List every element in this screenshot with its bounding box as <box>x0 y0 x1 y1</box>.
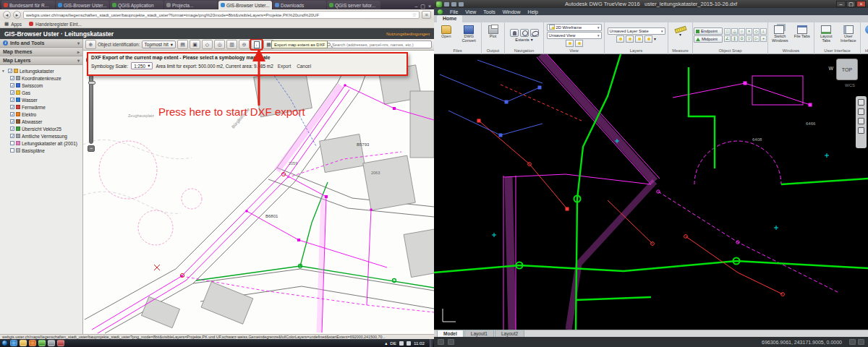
browser-tab[interactable]: QGIS server tutor... <box>327 1 380 9</box>
view-tool-icon[interactable] <box>575 40 583 47</box>
scale-select[interactable]: 1:250 ▾ <box>131 62 153 69</box>
volume-icon[interactable] <box>399 341 404 346</box>
qgis-icon[interactable] <box>38 340 46 346</box>
zoom-extents-dropdown[interactable]: Extents <box>515 38 529 42</box>
pan-icon[interactable] <box>510 29 519 37</box>
viewcube[interactable]: TOP <box>836 59 858 80</box>
snap-mode-button[interactable]: ▷ <box>753 35 760 42</box>
zoom-out-button[interactable]: − <box>88 145 95 152</box>
layer-item[interactable]: ✓Übersicht Vektor25 <box>2 125 82 132</box>
qat-plot-icon[interactable] <box>451 2 456 7</box>
orbit-icon[interactable] <box>858 127 864 134</box>
measure-button[interactable]: ▾ <box>670 23 691 47</box>
named-view-select[interactable]: Unsaved View ▾ <box>547 32 602 39</box>
snap-mode-button[interactable]: ∥ <box>731 35 738 42</box>
layer-checkbox[interactable]: ✓ <box>10 119 14 124</box>
layer-item[interactable]: ✓Elektro <box>2 111 82 118</box>
snap-mode-button[interactable]: × <box>746 28 752 35</box>
user-interface-button[interactable]: User Interface <box>838 23 859 47</box>
terms-link[interactable]: Nutzungsbedingungen <box>386 32 430 36</box>
address-bar[interactable]: webgis.uster.ch/maps/liegenschaften_stad… <box>23 11 420 19</box>
layer-checkbox[interactable]: ✓ <box>10 76 14 80</box>
layer-checkbox[interactable]: ✓ <box>10 127 14 131</box>
pan-icon[interactable] <box>858 108 864 115</box>
show-desktop-button[interactable] <box>430 339 433 347</box>
qat-undo-icon[interactable] <box>459 2 464 7</box>
export-button[interactable]: Export <box>276 64 292 69</box>
menu-view[interactable]: View <box>465 9 476 14</box>
network-icon[interactable] <box>407 341 411 346</box>
layer-item[interactable]: ✓Fernwärme <box>2 103 82 111</box>
layer-item[interactable]: ✓Amtliche Vermessung <box>2 132 82 140</box>
search-input[interactable] <box>332 43 430 47</box>
trueview-logo-icon[interactable] <box>436 1 442 7</box>
orbit-icon[interactable] <box>530 29 539 37</box>
snap-mode-button[interactable]: ∠ <box>724 35 731 42</box>
object-id-select[interactable]: Topmost hit ▾ <box>142 40 176 48</box>
dwg-convert-button[interactable]: DWG Convert <box>459 23 480 47</box>
layers-tool-button[interactable]: ▥ <box>226 40 237 49</box>
menu-window[interactable]: Window <box>503 9 521 14</box>
switch-windows-button[interactable]: Switch Windows <box>770 23 791 47</box>
draw-tool-button[interactable]: ◇ <box>202 40 213 49</box>
layer-checkbox[interactable]: ✓ <box>10 90 14 95</box>
layer-item[interactable]: ✓Abwasser <box>2 118 82 125</box>
language-indicator[interactable]: DE <box>390 340 396 346</box>
layer-checkbox[interactable]: ✓ <box>10 141 14 145</box>
map-themes-header[interactable]: Map themes ▸ <box>0 48 82 56</box>
explorer-folder-icon[interactable] <box>20 340 27 346</box>
window-close-button[interactable]: × <box>428 4 431 9</box>
info-tools-header[interactable]: i Info and Tools ▾ <box>0 39 82 48</box>
layer-item[interactable]: ✓Gas <box>2 89 82 96</box>
firefox-icon[interactable] <box>29 340 36 346</box>
browser-menu-button[interactable]: ≡ <box>422 11 431 19</box>
layer-item[interactable]: ✓Basispläne <box>2 147 82 154</box>
menu-help[interactable]: Help <box>528 9 538 14</box>
layer-checkbox[interactable]: ✓ <box>10 148 14 153</box>
layer-item[interactable]: ✓Swisscom <box>2 82 82 89</box>
snap-mode-button[interactable]: ⊥ <box>760 28 767 35</box>
snap-mode-button[interactable]: ▽ <box>746 35 752 42</box>
zoom-icon[interactable] <box>520 29 529 37</box>
cad-canvas[interactable]: 6408 6466 TOP W WCS <box>434 54 868 330</box>
layer-checkbox[interactable]: ✓ <box>10 83 14 87</box>
snap-mode-button[interactable]: + <box>760 35 767 42</box>
app-window-icon[interactable] <box>48 340 55 346</box>
model-tab[interactable]: Model <box>437 330 464 337</box>
menu-file[interactable]: File <box>450 9 458 14</box>
layer-checkbox[interactable]: ✓ <box>10 112 14 116</box>
window-close-button[interactable]: × <box>856 1 866 7</box>
map-viewport[interactable]: ⊕ Object identification: Topmost hit ▾ ▤… <box>83 39 434 334</box>
map-search-box[interactable] <box>325 40 432 48</box>
layer-isolate-icon[interactable] <box>644 35 652 43</box>
window-maximize-button[interactable]: ▢ <box>420 4 425 9</box>
view-tool-icon[interactable] <box>566 40 574 47</box>
back-button[interactable]: ◂ <box>3 11 11 19</box>
navigation-bar[interactable] <box>856 96 867 148</box>
status-tool-icon[interactable] <box>438 339 444 345</box>
forward-button[interactable]: ▸ <box>13 11 21 19</box>
visual-style-select[interactable]: 2D Wireframe ▾ <box>547 24 602 31</box>
layer-tree-root[interactable]: ▾ ✓ Leitungskataster <box>2 67 82 74</box>
help-button[interactable]: ? <box>862 23 868 47</box>
browser-tab[interactable]: QGIS Application <box>110 1 163 9</box>
internet-explorer-icon[interactable] <box>10 340 17 346</box>
browser-tab[interactable]: Projecta... <box>164 1 218 9</box>
layer-onoff-icon[interactable] <box>616 35 624 43</box>
window-minimize-button[interactable]: – <box>836 1 846 7</box>
snap-mode-button[interactable]: ○ <box>739 28 745 35</box>
midpoint-snap-button[interactable]: Midpoint <box>694 35 723 43</box>
snap-mode-button[interactable]: △ <box>731 28 738 35</box>
ribbon-tab-home[interactable]: Home <box>437 15 462 22</box>
snap-mode-button[interactable]: ⊙ <box>739 35 745 42</box>
layer-checkbox[interactable]: ✓ <box>10 98 14 102</box>
open-button[interactable]: Open <box>435 23 457 47</box>
marker-tool-button[interactable]: ◎ <box>214 40 225 49</box>
map-layers-header[interactable]: Map Layers ▾ <box>0 56 82 65</box>
menu-tools[interactable]: Tools <box>483 9 495 14</box>
layer-checkbox[interactable]: ✓ <box>10 105 14 109</box>
customize-status-icon[interactable] <box>858 339 864 345</box>
grid-toggle-icon[interactable] <box>849 339 856 345</box>
tray-up-icon[interactable]: ▴ <box>385 340 387 346</box>
layer-checkbox[interactable]: ✓ <box>10 134 14 138</box>
